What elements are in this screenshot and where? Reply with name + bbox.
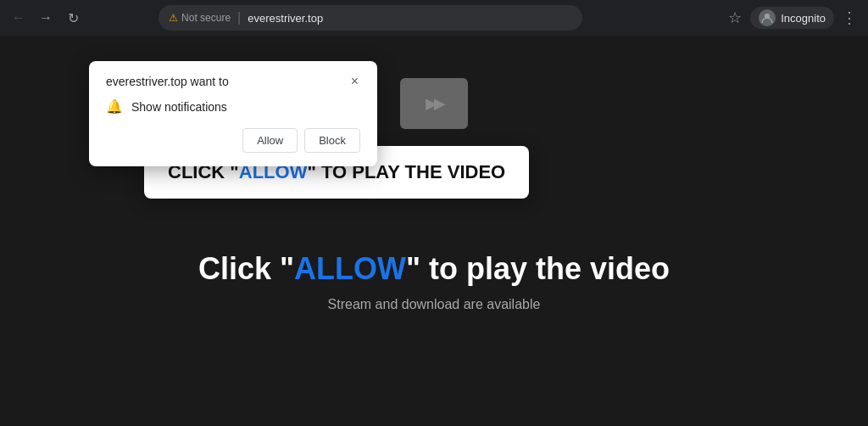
warning-icon: ⚠ (169, 12, 178, 24)
browser-toolbar: ← → ↻ ⚠ Not secure | everestriver.top ☆ … (0, 0, 868, 36)
notification-popup: everestriver.top want to × 🔔 Show notifi… (89, 61, 377, 166)
not-secure-indicator: ⚠ Not secure (169, 12, 231, 24)
main-title: Click "ALLOW" to play the video (198, 251, 670, 287)
popup-header: everestriver.top want to × (106, 75, 360, 88)
popup-title: everestriver.top want to (106, 75, 229, 88)
notification-row: 🔔 Show notifications (106, 98, 360, 115)
title-prefix: Click " (198, 251, 294, 286)
bookmark-button[interactable]: ☆ (723, 6, 747, 30)
bell-icon: 🔔 (106, 98, 123, 115)
close-popup-button[interactable]: × (349, 75, 360, 88)
incognito-badge[interactable]: Incognito (750, 7, 834, 29)
forward-button[interactable]: → (34, 6, 58, 30)
play-icon-area (400, 78, 468, 129)
refresh-button[interactable]: ↻ (61, 6, 85, 30)
toolbar-right: ☆ Incognito ⋮ (723, 6, 861, 30)
back-button[interactable]: ← (7, 6, 31, 30)
title-suffix: " to play the video (406, 251, 670, 286)
incognito-icon (759, 9, 776, 26)
page-content: everestriver.top want to × 🔔 Show notifi… (0, 36, 868, 426)
block-button[interactable]: Block (304, 128, 360, 153)
subtitle: Stream and download are available (198, 297, 670, 312)
popup-actions: Allow Block (106, 128, 360, 153)
url-display: everestriver.top (248, 12, 323, 25)
allow-button[interactable]: Allow (242, 128, 298, 153)
menu-button[interactable]: ⋮ (837, 6, 861, 30)
address-bar[interactable]: ⚠ Not secure | everestriver.top (159, 5, 582, 31)
title-allow: ALLOW (294, 251, 406, 286)
nav-buttons: ← → ↻ (7, 6, 85, 30)
notification-label: Show notifications (131, 100, 227, 114)
separator: | (237, 10, 241, 25)
not-secure-label: Not secure (181, 12, 231, 24)
incognito-label: Incognito (781, 12, 826, 25)
main-content: Click "ALLOW" to play the video Stream a… (198, 251, 670, 312)
